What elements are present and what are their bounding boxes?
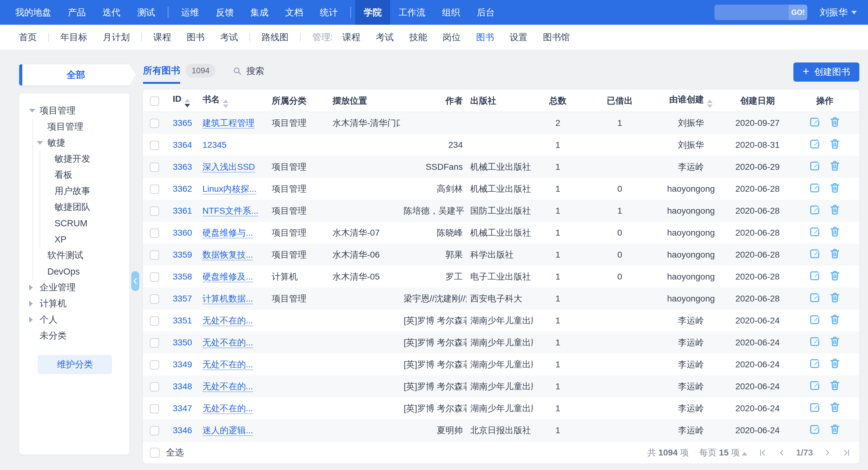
tree-item-敏捷[interactable]: 敏捷 [33, 135, 124, 151]
create-book-button[interactable]: + 创建图书 [794, 63, 859, 81]
user-menu[interactable]: 刘振华 [820, 6, 857, 19]
subnav-item-考试[interactable]: 考试 [212, 31, 246, 43]
column-header-title[interactable]: 书名 [199, 94, 268, 108]
next-page-button[interactable] [822, 448, 832, 458]
tab-all-books[interactable]: 所有图书 [143, 64, 180, 84]
subnav-manage-item-技能[interactable]: 技能 [402, 31, 435, 43]
edit-icon[interactable] [809, 115, 821, 128]
delete-icon[interactable] [829, 138, 841, 150]
delete-icon[interactable] [829, 401, 841, 413]
subnav-item-课程[interactable]: 课程 [146, 31, 179, 43]
delete-icon[interactable] [829, 313, 841, 326]
row-checkbox[interactable] [150, 426, 159, 435]
topnav-item-组织[interactable]: 组织 [434, 0, 468, 25]
edit-icon[interactable] [809, 247, 821, 260]
row-checkbox[interactable] [150, 404, 159, 413]
book-title-link[interactable]: 无处不在的... [203, 338, 253, 347]
tree-item-敏捷团队[interactable]: 敏捷团队 [40, 199, 124, 215]
edit-icon[interactable] [809, 138, 821, 150]
book-title-link[interactable]: 数据恢复技... [203, 250, 253, 260]
subnav-item-年目标[interactable]: 年目标 [53, 31, 95, 43]
book-title-link[interactable]: 迷人的逻辑... [203, 426, 253, 435]
row-checkbox[interactable] [150, 338, 159, 347]
tree-item-计算机[interactable]: 计算机 [26, 296, 124, 312]
delete-icon[interactable] [829, 115, 841, 128]
book-title-link[interactable]: 硬盘维修与... [203, 228, 253, 237]
subnav-manage-item-考试[interactable]: 考试 [368, 31, 402, 43]
global-search-input[interactable] [714, 5, 789, 20]
tree-item-软件测试[interactable]: 软件测试 [33, 247, 124, 263]
tree-item-用户故事[interactable]: 用户故事 [40, 183, 124, 199]
topnav-item-文档[interactable]: 文档 [277, 0, 311, 25]
tree-item-项目管理[interactable]: 项目管理 [33, 119, 124, 135]
prev-page-button[interactable] [777, 448, 787, 458]
topnav-item-学院[interactable]: 学院 [355, 0, 390, 25]
first-page-button[interactable] [758, 448, 768, 458]
book-id-link[interactable]: 3358 [173, 272, 192, 281]
book-title-link[interactable]: 12345 [203, 140, 226, 150]
row-checkbox[interactable] [150, 141, 159, 150]
row-checkbox[interactable] [150, 119, 159, 128]
edit-icon[interactable] [809, 269, 821, 282]
book-title-link[interactable]: 计算机数据... [203, 294, 253, 303]
subnav-manage-item-图书[interactable]: 图书 [468, 31, 502, 43]
sort-icon[interactable] [707, 100, 713, 108]
edit-icon[interactable] [809, 313, 821, 326]
row-checkbox[interactable] [150, 382, 159, 392]
sort-icon[interactable] [223, 100, 228, 108]
topnav-item-迭代[interactable]: 迭代 [94, 0, 129, 25]
topnav-item-集成[interactable]: 集成 [242, 0, 277, 25]
book-title-link[interactable]: 无处不在的... [203, 316, 253, 325]
topnav-item-统计[interactable]: 统计 [311, 0, 346, 25]
sidebar-collapse-handle[interactable] [131, 271, 139, 291]
book-id-link[interactable]: 3365 [173, 118, 192, 128]
book-id-link[interactable]: 3364 [173, 140, 192, 150]
book-id-link[interactable]: 3360 [173, 228, 192, 237]
subnav-manage-item-岗位[interactable]: 岗位 [435, 31, 468, 43]
edit-icon[interactable] [809, 226, 821, 238]
book-id-link[interactable]: 3357 [173, 294, 192, 303]
book-id-link[interactable]: 3349 [173, 360, 192, 369]
topnav-item-工作流[interactable]: 工作流 [390, 0, 434, 25]
topnav-item-反馈[interactable]: 反馈 [208, 0, 242, 25]
edit-icon[interactable] [809, 291, 821, 304]
book-title-link[interactable]: 深入浅出SSD [203, 162, 255, 172]
delete-icon[interactable] [829, 291, 841, 304]
sort-icon[interactable] [185, 99, 190, 107]
tree-item-未分类[interactable]: 未分类 [26, 328, 124, 344]
book-id-link[interactable]: 3359 [173, 250, 192, 260]
row-checkbox[interactable] [150, 250, 159, 260]
book-title-link[interactable]: 无处不在的... [203, 360, 253, 369]
book-id-link[interactable]: 3346 [173, 426, 192, 435]
per-page-select[interactable]: 每页 15 项 [699, 447, 747, 459]
delete-icon[interactable] [829, 247, 841, 260]
book-id-link[interactable]: 3348 [173, 381, 192, 391]
row-checkbox[interactable] [150, 294, 159, 304]
last-page-button[interactable] [841, 448, 851, 458]
row-checkbox[interactable] [150, 163, 159, 172]
select-all-checkbox[interactable] [150, 448, 160, 458]
row-checkbox[interactable] [150, 272, 159, 282]
tree-item-敏捷开发[interactable]: 敏捷开发 [40, 151, 124, 167]
tree-item-企业管理[interactable]: 企业管理 [26, 279, 124, 296]
tree-item-DevOps[interactable]: DevOps [33, 263, 124, 279]
delete-icon[interactable] [829, 226, 841, 238]
edit-icon[interactable] [809, 379, 821, 392]
delete-icon[interactable] [829, 203, 841, 216]
row-checkbox[interactable] [150, 316, 159, 326]
tree-item-SCRUM[interactable]: SCRUM [40, 215, 124, 231]
book-title-link[interactable]: Linux内核探... [203, 184, 256, 194]
book-id-link[interactable]: 3361 [173, 206, 192, 215]
book-title-link[interactable]: 硬盘维修及... [203, 272, 253, 281]
row-checkbox[interactable] [150, 229, 159, 238]
tree-item-XP[interactable]: XP [40, 231, 124, 247]
select-all-checkbox-header[interactable] [150, 97, 159, 106]
delete-icon[interactable] [829, 181, 841, 194]
book-id-link[interactable]: 3363 [173, 162, 192, 172]
subnav-item-路线图[interactable]: 路线图 [254, 31, 296, 43]
edit-icon[interactable] [809, 357, 821, 370]
topnav-item-我的地盘[interactable]: 我的地盘 [7, 0, 59, 25]
delete-icon[interactable] [829, 269, 841, 282]
column-header-creator[interactable]: 由谁创建 [657, 94, 725, 108]
table-search-button[interactable]: 搜索 [233, 65, 265, 77]
